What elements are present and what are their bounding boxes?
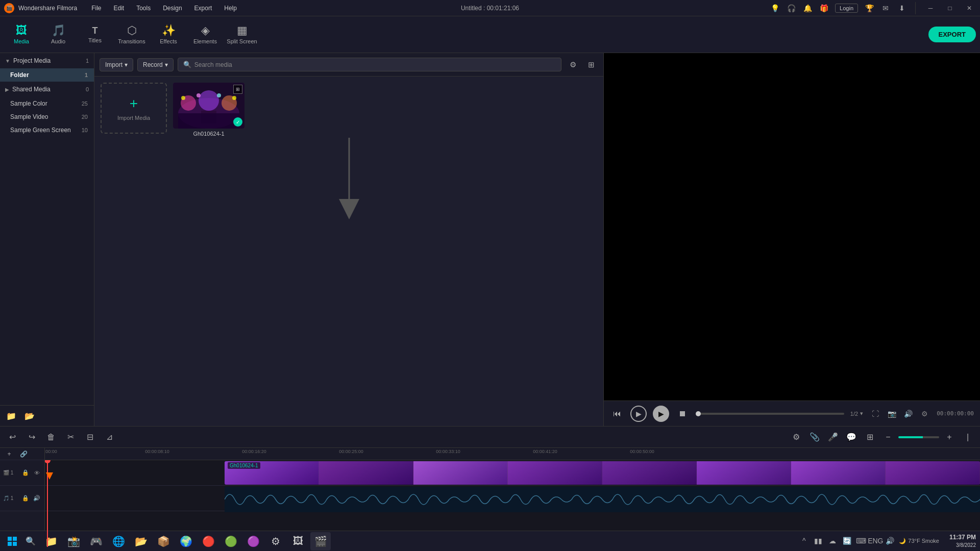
captions-tool[interactable]: 💬	[844, 430, 859, 444]
media-item-gh010624[interactable]: ⊞ ✓ Gh010624-1	[173, 83, 244, 137]
screenshot-icon[interactable]: 📷	[886, 408, 898, 420]
zoom-slider[interactable]	[898, 436, 939, 438]
mute-timeline-button[interactable]: |	[961, 430, 975, 444]
bars-icon[interactable]: ▮▮	[813, 536, 823, 546]
link-button[interactable]: 🔗	[18, 449, 29, 459]
chevron-up-icon[interactable]: ^	[799, 536, 809, 546]
clip-tool[interactable]: 📎	[807, 430, 822, 444]
search-input[interactable]	[194, 61, 556, 68]
video-eye-icon[interactable]: 👁	[32, 468, 41, 478]
taskbar-image-app[interactable]: 🖼	[288, 532, 308, 550]
sample-color-item[interactable]: Sample Color 25	[0, 97, 94, 110]
export-button[interactable]: EXPORT	[928, 27, 976, 42]
filter-icon[interactable]: ⚙	[566, 58, 580, 72]
volume-taskbar-icon[interactable]: 🔊	[885, 536, 895, 546]
play-pause-button[interactable]: ▶	[630, 406, 647, 422]
split-button[interactable]: ⊿	[102, 430, 116, 444]
menu-file[interactable]: File	[89, 4, 103, 13]
mail-icon[interactable]: ✉	[880, 3, 891, 13]
project-media-section[interactable]: ▼ Project Media 1	[0, 53, 94, 68]
settings-tool[interactable]: ⚙	[789, 430, 803, 444]
fullscreen-icon[interactable]: ⛶	[869, 408, 881, 420]
cloud-icon[interactable]: ☁	[827, 536, 838, 546]
folder-item[interactable]: Folder 1	[0, 68, 94, 82]
taskbar-edge[interactable]: 🌐	[108, 532, 129, 550]
media-check-icon: ✓	[233, 117, 242, 127]
headphone-icon[interactable]: 🎧	[786, 3, 796, 13]
skip-back-button[interactable]: ⏮	[610, 407, 624, 421]
bell-icon[interactable]: 🔔	[802, 3, 813, 13]
update-icon[interactable]: 🔄	[842, 536, 852, 546]
audio-lock-icon[interactable]: 🔒	[21, 494, 30, 503]
zoom-in-button[interactable]: +	[942, 430, 957, 444]
tick-label-1: 00:00:08:10	[145, 449, 169, 454]
bulb-icon[interactable]: 💡	[770, 3, 780, 13]
volume-icon[interactable]: 🔊	[902, 408, 914, 420]
menu-export[interactable]: Export	[192, 4, 214, 13]
taskbar-settings[interactable]: ⚙	[265, 532, 286, 550]
start-button[interactable]	[4, 533, 20, 549]
preview-progress-bar[interactable]	[696, 413, 844, 415]
taskbar-xbox[interactable]: 🎮	[86, 532, 106, 550]
video-clip[interactable]: Gh010624-1	[225, 461, 980, 485]
taskbar-green-app[interactable]: 🟢	[220, 532, 241, 550]
keyboard-icon[interactable]: ⌨	[856, 536, 866, 546]
menu-design[interactable]: Design	[161, 4, 184, 13]
menu-help[interactable]: Help	[222, 4, 239, 13]
speed-selector[interactable]: 1/2 ▾	[850, 410, 863, 417]
video-lock-icon[interactable]: 🔒	[21, 468, 30, 478]
new-folder-button[interactable]: 📁	[5, 410, 17, 422]
stop-button[interactable]: ⏹	[675, 407, 690, 421]
menu-tools[interactable]: Tools	[134, 4, 153, 13]
taskbar-search-button[interactable]: 🔍	[22, 533, 39, 549]
undo-button[interactable]: ↩	[5, 430, 19, 444]
shared-media-section[interactable]: ▶ Shared Media 0	[0, 82, 94, 97]
record-button[interactable]: Record ▾	[137, 58, 174, 71]
play-forward-button[interactable]: ▶	[653, 406, 669, 422]
toolbar-media[interactable]: 🖼 Media	[4, 18, 39, 51]
taskbar-globe[interactable]: 🌍	[176, 532, 196, 550]
download-icon[interactable]: ⬇	[897, 3, 907, 13]
taskbar-file-manager[interactable]: 📁	[41, 532, 61, 550]
maximize-button[interactable]: □	[943, 2, 957, 15]
audio-speaker-icon[interactable]: 🔊	[32, 494, 41, 503]
taskbar-dropbox[interactable]: 📦	[153, 532, 174, 550]
trophy-icon[interactable]: 🏆	[864, 3, 874, 13]
delete-button[interactable]: 🗑	[44, 430, 58, 444]
sample-video-item[interactable]: Sample Video 20	[0, 110, 94, 123]
toolbar-elements[interactable]: ◈ Elements	[188, 18, 223, 51]
playhead[interactable]	[47, 460, 48, 547]
taskbar-photos[interactable]: 📸	[63, 532, 84, 550]
taskbar-purple-app[interactable]: 🟣	[243, 532, 263, 550]
taskbar-red-app[interactable]: 🔴	[198, 532, 218, 550]
grid-view-icon[interactable]: ⊞	[584, 58, 598, 72]
toolbar-audio[interactable]: 🎵 Audio	[41, 18, 76, 51]
pip-tool[interactable]: ⊞	[863, 430, 877, 444]
crop-button[interactable]: ⊟	[83, 430, 97, 444]
toolbar-transitions[interactable]: ⬡ Transitions	[114, 18, 149, 51]
minimize-button[interactable]: ─	[924, 2, 937, 15]
mic-tool[interactable]: 🎤	[826, 430, 840, 444]
zoom-out-button[interactable]: −	[881, 430, 895, 444]
menu-edit[interactable]: Edit	[112, 4, 127, 13]
cut-button[interactable]: ✂	[63, 430, 78, 444]
close-button[interactable]: ✕	[963, 2, 976, 15]
login-button[interactable]: Login	[835, 4, 858, 13]
open-folder-button[interactable]: 📂	[23, 410, 36, 422]
toolbar-titles[interactable]: T Titles	[78, 18, 112, 51]
toolbar-transitions-label: Transitions	[118, 38, 145, 44]
toolbar-effects[interactable]: ✨ Effects	[151, 18, 186, 51]
taskbar-explorer[interactable]: 📂	[131, 532, 151, 550]
taskbar-weather[interactable]: 🌙 73°F Smoke	[899, 538, 939, 544]
toolbar-splitscreen[interactable]: ▦ Split Screen	[225, 18, 259, 51]
import-button[interactable]: Import ▾	[100, 58, 133, 71]
taskbar-clock[interactable]: 11:37 PM 3/8/2022	[949, 533, 976, 549]
add-track-button[interactable]: +	[4, 449, 14, 459]
gift-icon[interactable]: 🎁	[819, 3, 829, 13]
redo-button[interactable]: ↪	[24, 430, 39, 444]
import-media-placeholder[interactable]: + Import Media	[101, 83, 167, 134]
sample-green-screen-item[interactable]: Sample Green Screen 10	[0, 123, 94, 137]
settings-icon[interactable]: ⚙	[918, 408, 930, 420]
progress-dot[interactable]	[696, 411, 701, 416]
taskbar-filmora[interactable]: 🎬	[310, 532, 331, 550]
